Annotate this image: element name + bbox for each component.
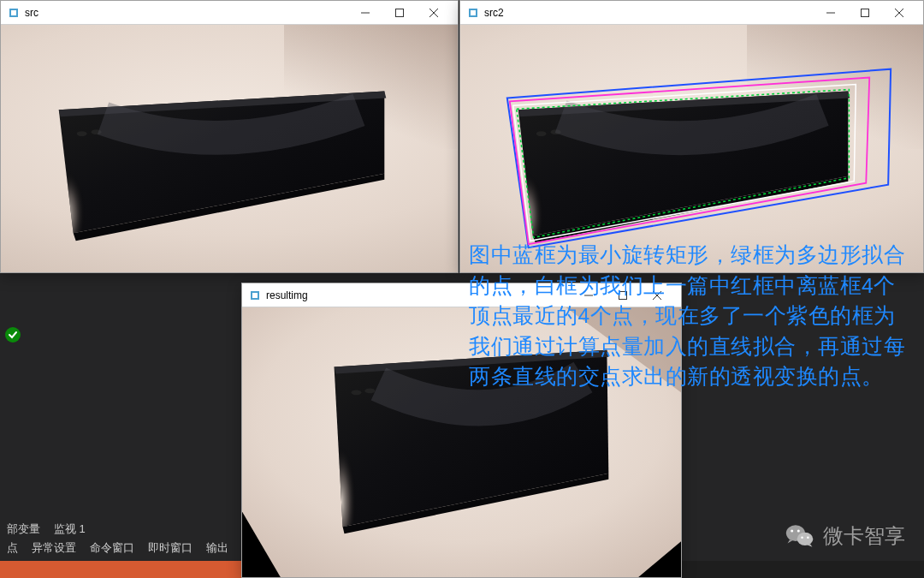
window-src2: src2 xyxy=(459,0,924,273)
maximize-button[interactable] xyxy=(382,1,417,25)
svg-rect-25 xyxy=(252,293,258,298)
tab-output[interactable]: 输出 xyxy=(199,537,235,559)
wechat-brand: 微卡智享 xyxy=(785,521,905,551)
tab-command-window[interactable]: 命令窗口 xyxy=(83,537,141,559)
svg-point-42 xyxy=(797,530,800,533)
svg-point-22 xyxy=(536,131,547,136)
svg-rect-13 xyxy=(471,10,476,15)
svg-point-40 xyxy=(797,533,814,545)
titlebar-src2[interactable]: src2 xyxy=(460,1,923,25)
app-icon xyxy=(249,289,261,301)
close-button[interactable] xyxy=(417,1,451,25)
svg-point-41 xyxy=(791,530,793,533)
annotation-text: 图中蓝框为最小旋转矩形，绿框为多边形拟合的点，白框为我们上一篇中红框中离蓝框4个… xyxy=(469,240,917,392)
svg-rect-3 xyxy=(396,9,404,16)
svg-point-44 xyxy=(807,536,809,539)
window-title: src xyxy=(25,7,348,19)
brand-name: 微卡智享 xyxy=(823,522,905,550)
image-viewport-src2 xyxy=(460,25,923,272)
window-src: src xyxy=(0,0,459,273)
svg-point-10 xyxy=(77,131,87,136)
window-title: src2 xyxy=(484,7,814,19)
ide-debug-tabs-row2: 点 异常设置 命令窗口 即时窗口 输出 xyxy=(0,537,235,559)
photo-scene xyxy=(1,25,458,272)
tab-breakpoints[interactable]: 点 xyxy=(0,537,25,559)
minimize-button[interactable] xyxy=(814,1,848,25)
window-controls xyxy=(814,1,916,25)
svg-point-38 xyxy=(364,388,375,393)
tab-exception-settings[interactable]: 异常设置 xyxy=(25,537,83,559)
app-icon xyxy=(467,7,479,19)
titlebar-src[interactable]: src xyxy=(1,1,458,25)
wechat-icon xyxy=(785,521,814,551)
close-button[interactable] xyxy=(882,1,916,25)
svg-point-37 xyxy=(352,390,362,395)
build-success-icon xyxy=(5,327,21,343)
photo-scene xyxy=(460,25,923,272)
svg-point-43 xyxy=(801,536,803,539)
tab-immediate-window[interactable]: 即时窗口 xyxy=(141,537,199,559)
window-controls xyxy=(348,1,451,25)
svg-rect-15 xyxy=(862,9,869,16)
image-viewport-src xyxy=(1,25,458,272)
maximize-button[interactable] xyxy=(848,1,882,25)
minimize-button[interactable] xyxy=(348,1,382,25)
svg-rect-1 xyxy=(11,10,16,15)
app-icon xyxy=(8,7,20,19)
